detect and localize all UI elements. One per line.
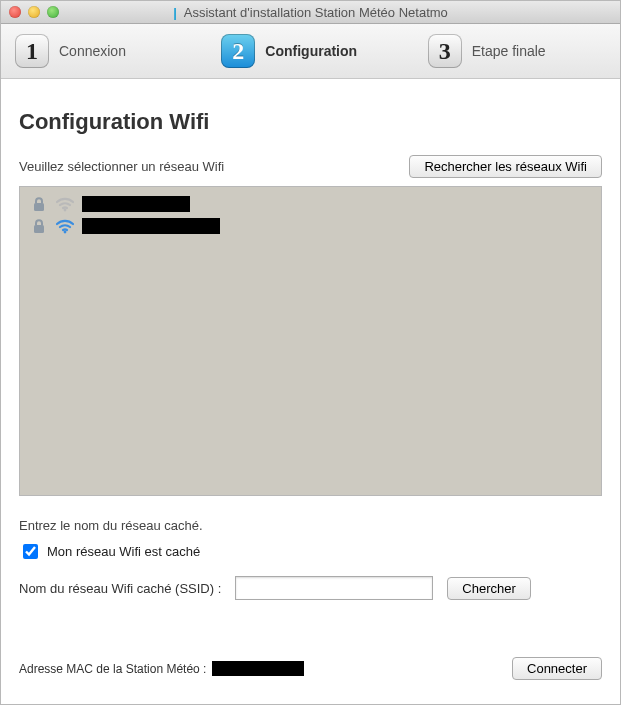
step-3-badge: 3 [428, 34, 462, 68]
lock-icon [30, 196, 48, 212]
wifi-list-item[interactable] [28, 215, 593, 237]
mac-address-redacted [212, 661, 304, 676]
hidden-network-checkbox-label[interactable]: Mon réseau Wifi est caché [47, 544, 200, 559]
connect-button[interactable]: Connecter [512, 657, 602, 680]
wifi-ssid-redacted [82, 196, 190, 212]
wifi-ssid-redacted [82, 218, 220, 234]
installer-window: | Assistant d'installation Station Météo… [0, 0, 621, 705]
titlebar: | Assistant d'installation Station Météo… [1, 1, 620, 24]
step-etape-finale[interactable]: 3 Etape finale [414, 34, 620, 68]
close-icon[interactable] [9, 6, 21, 18]
svg-rect-2 [34, 225, 44, 233]
hidden-network-checkbox[interactable] [23, 544, 38, 559]
content-area: Configuration Wifi Veuillez sélectionner… [1, 79, 620, 704]
zoom-icon[interactable] [47, 6, 59, 18]
wifi-icon [56, 196, 74, 212]
wifi-list-item[interactable] [28, 193, 593, 215]
hidden-network-check-row: Mon réseau Wifi est caché [19, 541, 602, 562]
step-2-badge: 2 [221, 34, 255, 68]
wifi-icon [56, 218, 74, 234]
step-connexion[interactable]: 1 Connexion [1, 34, 207, 68]
minimize-icon[interactable] [28, 6, 40, 18]
window-controls [9, 6, 59, 18]
step-1-label: Connexion [59, 43, 126, 59]
hidden-network-hint: Entrez le nom du réseau caché. [19, 518, 602, 533]
step-3-label: Etape finale [472, 43, 546, 59]
footer: Adresse MAC de la Station Météo : Connec… [19, 639, 602, 694]
search-button[interactable]: Chercher [447, 577, 530, 600]
page-title: Configuration Wifi [19, 109, 602, 135]
svg-point-1 [64, 209, 67, 212]
step-2-label: Configuration [265, 43, 357, 59]
step-configuration[interactable]: 2 Configuration [207, 34, 413, 68]
svg-point-3 [64, 231, 67, 234]
select-network-hint: Veuillez sélectionner un réseau Wifi [19, 159, 224, 174]
window-title: | Assistant d'installation Station Météo… [1, 5, 620, 20]
app-mark: | [173, 5, 177, 20]
step-bar: 1 Connexion 2 Configuration 3 Etape fina… [1, 24, 620, 79]
wifi-network-list[interactable] [19, 186, 602, 496]
lock-icon [30, 218, 48, 234]
mac-address-label: Adresse MAC de la Station Météo : [19, 662, 206, 676]
mac-address-row: Adresse MAC de la Station Météo : [19, 661, 304, 676]
hidden-ssid-label: Nom du réseau Wifi caché (SSID) : [19, 581, 221, 596]
hidden-ssid-input[interactable] [235, 576, 433, 600]
hidden-ssid-row: Nom du réseau Wifi caché (SSID) : Cherch… [19, 576, 602, 600]
step-1-badge: 1 [15, 34, 49, 68]
select-network-row: Veuillez sélectionner un réseau Wifi Rec… [19, 155, 602, 178]
svg-rect-0 [34, 203, 44, 211]
window-title-text: Assistant d'installation Station Météo N… [184, 5, 448, 20]
rescan-button[interactable]: Rechercher les réseaux Wifi [409, 155, 602, 178]
